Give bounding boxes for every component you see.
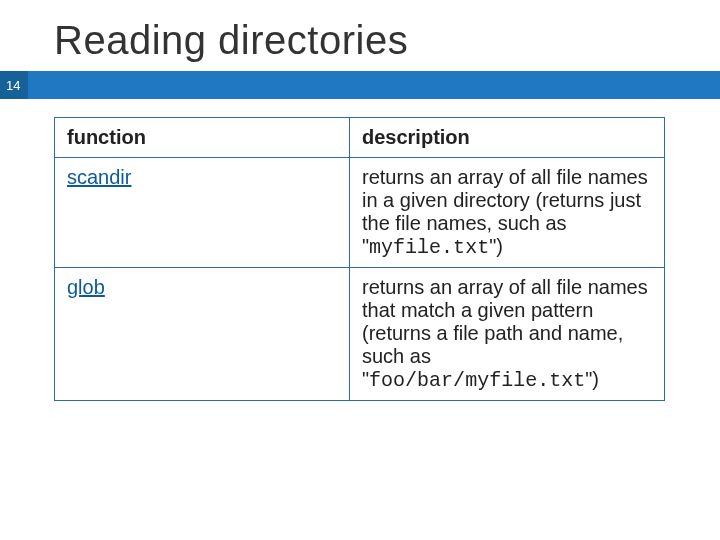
functions-table: function description scandir returns an … (54, 117, 665, 401)
function-cell: scandir (55, 158, 350, 268)
desc-text-post: ") (489, 235, 503, 257)
page-title: Reading directories (0, 0, 720, 71)
header-function: function (55, 118, 350, 158)
desc-text-post: ") (585, 368, 599, 390)
function-link-scandir[interactable]: scandir (67, 166, 131, 188)
header-bar: 14 (0, 71, 720, 99)
header-description: description (350, 118, 665, 158)
description-cell: returns an array of all file names in a … (350, 158, 665, 268)
page-number-badge: 14 (0, 71, 28, 99)
table-row: scandir returns an array of all file nam… (55, 158, 665, 268)
slide: Reading directories 14 function descript… (0, 0, 720, 540)
table-row: glob returns an array of all file names … (55, 268, 665, 401)
table-header-row: function description (55, 118, 665, 158)
function-cell: glob (55, 268, 350, 401)
content-area: function description scandir returns an … (0, 99, 720, 401)
desc-code: foo/bar/myfile.txt (369, 369, 585, 392)
description-cell: returns an array of all file names that … (350, 268, 665, 401)
function-link-glob[interactable]: glob (67, 276, 105, 298)
desc-code: myfile.txt (369, 236, 489, 259)
